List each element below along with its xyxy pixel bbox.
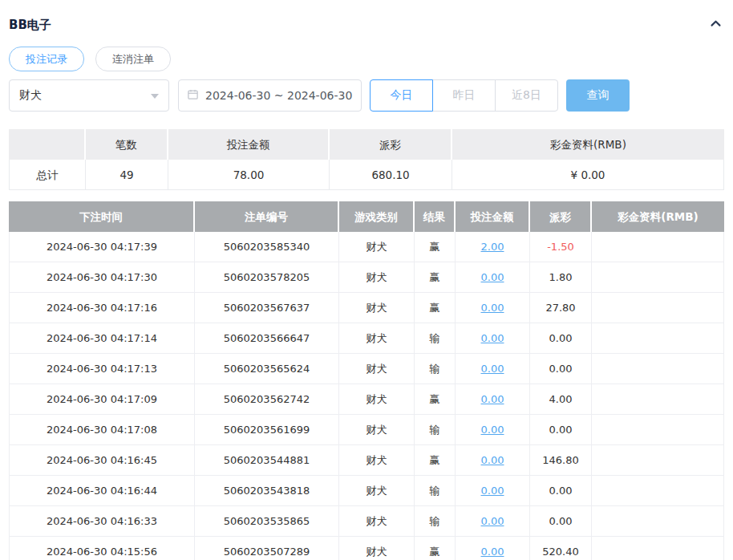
records-table-body: 2024-06-30 04:17:39 5060203585340 财犬 赢 2… — [9, 232, 724, 560]
cell-bet-number: 5060203567637 — [195, 293, 339, 323]
bet-amount-link[interactable]: 0.00 — [481, 546, 504, 558]
quick-range-last8days-button[interactable]: 近8日 — [495, 79, 558, 112]
cell-bet-number: 5060203585340 — [195, 232, 339, 262]
summary-total-bonus: ¥ 0.00 — [452, 160, 724, 190]
quick-range-group: 今日 昨日 近8日 — [370, 79, 558, 112]
summary-header-blank — [9, 129, 86, 160]
bet-amount-link[interactable]: 0.00 — [481, 332, 504, 344]
cell-bet-number: 5060203543818 — [195, 476, 339, 506]
game-select[interactable]: 财犬 — [9, 79, 169, 112]
cell-result: 赢 — [415, 232, 456, 262]
cell-result: 赢 — [415, 445, 456, 476]
bet-amount-link[interactable]: 2.00 — [481, 241, 504, 253]
cell-bonus — [592, 476, 724, 506]
search-button[interactable]: 查询 — [566, 79, 630, 112]
cell-bonus — [592, 293, 724, 323]
cell-bonus — [592, 506, 724, 537]
cell-bet-time: 2024-06-30 04:17:13 — [9, 354, 195, 384]
table-row: 2024-06-30 04:16:45 5060203544881 财犬 赢 0… — [9, 445, 724, 476]
date-range-picker[interactable]: 2024-06-30 ~ 2024-06-30 — [178, 79, 362, 112]
quick-range-yesterday-button[interactable]: 昨日 — [432, 79, 496, 112]
cell-game-type: 财犬 — [339, 506, 415, 537]
chevron-up-icon — [709, 21, 723, 33]
cell-game-type: 财犬 — [339, 323, 415, 354]
cell-game-type: 财犬 — [339, 262, 415, 293]
cell-game-type: 财犬 — [339, 384, 415, 415]
cell-bet-time: 2024-06-30 04:17:14 — [9, 323, 195, 354]
cell-payout: 1.80 — [530, 262, 592, 293]
cell-bet-number: 5060203507289 — [195, 537, 339, 560]
cell-payout: 146.80 — [530, 445, 592, 476]
cell-payout: -1.50 — [530, 232, 592, 262]
cell-bet-time: 2024-06-30 04:16:45 — [9, 445, 195, 476]
cell-bet-number: 5060203535865 — [195, 506, 339, 537]
table-row: 2024-06-30 04:16:44 5060203543818 财犬 输 0… — [9, 476, 724, 506]
bet-amount-link[interactable]: 0.00 — [481, 393, 504, 405]
table-row: 2024-06-30 04:17:39 5060203585340 财犬 赢 2… — [9, 232, 724, 262]
bet-amount-link[interactable]: 0.00 — [481, 363, 504, 375]
cell-bet-number: 5060203578205 — [195, 262, 339, 293]
cell-payout: 0.00 — [530, 323, 592, 354]
records-header-game-type: 游戏类别 — [339, 201, 415, 232]
records-header-bet-amount: 投注金额 — [456, 201, 530, 232]
cell-bet-amount: 0.00 — [456, 323, 530, 354]
table-row: 2024-06-30 04:17:13 5060203565624 财犬 输 0… — [9, 354, 724, 384]
bet-amount-link[interactable]: 0.00 — [481, 271, 504, 283]
cell-payout: 520.40 — [530, 537, 592, 560]
page-title: BB电子 — [9, 18, 51, 33]
cell-payout: 27.80 — [530, 293, 592, 323]
summary-table-header: 笔数 投注金额 派彩 彩金资料(RMB) — [9, 129, 724, 160]
cell-bet-time: 2024-06-30 04:15:56 — [9, 537, 195, 560]
collapse-button[interactable] — [707, 17, 724, 33]
cell-game-type: 财犬 — [339, 354, 415, 384]
bet-amount-link[interactable]: 0.00 — [481, 454, 504, 466]
cell-result: 输 — [415, 354, 456, 384]
cell-bet-number: 5060203562742 — [195, 384, 339, 415]
caret-down-icon — [151, 94, 159, 99]
cell-bonus — [592, 537, 724, 560]
records-header-bet-number: 注单编号 — [195, 201, 339, 232]
cell-result: 赢 — [415, 262, 456, 293]
records-header-bet-time: 下注时间 — [9, 201, 195, 232]
cell-game-type: 财犬 — [339, 415, 415, 445]
cell-bet-amount: 0.00 — [456, 445, 530, 476]
quick-range-today-button[interactable]: 今日 — [370, 79, 433, 112]
cell-bonus — [592, 232, 724, 262]
records-table: 下注时间 注单编号 游戏类别 结果 投注金额 派彩 彩金资料(RMB) 2024… — [9, 201, 724, 560]
cell-bet-amount: 0.00 — [456, 293, 530, 323]
table-row: 2024-06-30 04:17:09 5060203562742 财犬 赢 0… — [9, 384, 724, 415]
calendar-icon — [187, 88, 199, 103]
cell-game-type: 财犬 — [339, 293, 415, 323]
table-row: 2024-06-30 04:16:33 5060203535865 财犬 输 0… — [9, 506, 724, 537]
records-header-result: 结果 — [415, 201, 456, 232]
bet-amount-link[interactable]: 0.00 — [481, 302, 504, 314]
cell-result: 输 — [415, 506, 456, 537]
cell-result: 赢 — [415, 293, 456, 323]
cell-bet-amount: 0.00 — [456, 262, 530, 293]
cell-game-type: 财犬 — [339, 537, 415, 560]
summary-header-bonus: 彩金资料(RMB) — [452, 129, 724, 160]
cell-bet-number: 5060203566647 — [195, 323, 339, 354]
cell-bonus — [592, 354, 724, 384]
game-select-value: 财犬 — [19, 88, 42, 103]
bet-amount-link[interactable]: 0.00 — [481, 515, 504, 527]
cell-bet-amount: 0.00 — [456, 506, 530, 537]
bet-amount-link[interactable]: 0.00 — [481, 485, 504, 497]
bet-amount-link[interactable]: 0.00 — [481, 424, 504, 436]
cell-result: 输 — [415, 476, 456, 506]
summary-table: 笔数 投注金额 派彩 彩金资料(RMB) 总计 49 78.00 680.10 … — [9, 129, 724, 190]
cell-bet-time: 2024-06-30 04:17:39 — [9, 232, 195, 262]
summary-total-bet-amount: 78.00 — [168, 160, 330, 190]
panel-header: BB电子 — [9, 0, 724, 33]
cell-bet-amount: 0.00 — [456, 476, 530, 506]
cell-bonus — [592, 445, 724, 476]
tab-bet-records[interactable]: 投注记录 — [9, 47, 84, 71]
tab-cancelled-bets[interactable]: 连消注单 — [95, 47, 171, 71]
summary-total-count: 49 — [86, 160, 168, 190]
cell-bet-amount: 2.00 — [456, 232, 530, 262]
cell-game-type: 财犬 — [339, 445, 415, 476]
date-range-value: 2024-06-30 ~ 2024-06-30 — [205, 89, 352, 102]
records-header-bonus: 彩金资料(RMB) — [592, 201, 724, 232]
table-row: 2024-06-30 04:15:56 5060203507289 财犬 赢 0… — [9, 537, 724, 560]
cell-bet-number: 5060203565624 — [195, 354, 339, 384]
